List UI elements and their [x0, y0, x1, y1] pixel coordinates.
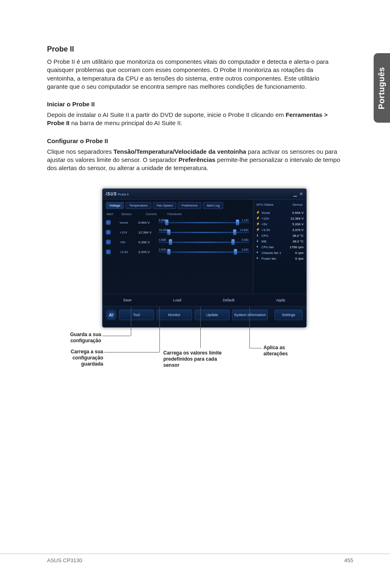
content-area: Voltage Temperature Fan Speed Preference… — [103, 200, 306, 294]
status-row: Chassis fan 10 rpm — [256, 251, 304, 255]
minimize-icon[interactable]: ▁ — [294, 191, 297, 197]
bolt-icon — [256, 211, 260, 215]
callout-save: Guarda a sua configuração — [61, 332, 101, 344]
column-headers: Alert Sensor Current Threshold — [106, 211, 250, 218]
thermometer-icon — [256, 239, 260, 243]
fan-icon — [256, 245, 260, 249]
status-name: +12V — [262, 217, 269, 220]
status-row: MB38.0 °C — [256, 239, 304, 243]
status-pane: EPU Status Sensor Vcore0.944 V +12V12.38… — [253, 200, 306, 294]
status-name: CPU — [262, 234, 269, 238]
status-row: +5V5.200 V — [256, 222, 304, 226]
close-icon[interactable]: ✕ — [299, 191, 303, 197]
bolt-icon — [256, 222, 260, 226]
config-heading: Configurar o Probe II — [47, 137, 353, 144]
monitor-button[interactable]: Monitor — [157, 310, 192, 320]
status-title: EPU Status — [257, 203, 273, 206]
alert-checkbox[interactable] — [106, 249, 111, 254]
status-name: +3.3V — [262, 228, 270, 232]
tabs-name: Tensão/Temperatura/Velocidade da ventoin… — [114, 148, 247, 155]
status-name: CPU fan — [262, 245, 274, 249]
default-button[interactable]: Default — [217, 296, 240, 304]
figure-wrapper: /SUS Probe II ▁ ✕ Voltage Temperature Fa… — [53, 189, 347, 328]
callout-default: Carrega os valores limite predefinidos p… — [164, 350, 233, 368]
callout-apply: Aplica as alterações — [264, 345, 309, 357]
section-title: Probe II — [47, 45, 353, 54]
footer-page-number: 455 — [344, 557, 353, 563]
bottom-bar: AI Tool Monitor Update System Informatio… — [103, 306, 306, 323]
threshold-slider[interactable]: 0.800 1.121 — [158, 220, 250, 225]
fan-icon — [256, 256, 260, 260]
status-name: Power fan — [262, 257, 276, 260]
settings-button[interactable]: Settings — [274, 310, 303, 320]
status-value: 5.200 V — [292, 222, 304, 226]
bolt-icon — [256, 216, 260, 220]
status-value: 0.944 V — [292, 211, 304, 215]
start-paragraph: Depois de instalar o AI Suite II a parti… — [47, 111, 341, 128]
tab-alert-log[interactable]: Alert Log — [203, 202, 223, 209]
threshold-slider[interactable]: 4.500 5.501 — [158, 239, 250, 245]
start-heading: Iniciar o Probe II — [47, 101, 353, 108]
status-name: MB — [262, 240, 267, 243]
left-pane: Voltage Temperature Fan Speed Preference… — [103, 200, 253, 294]
high-label: 1.121 — [242, 219, 249, 222]
sensor-current: 5.200 V — [139, 240, 158, 244]
leader-line — [249, 348, 262, 348]
sensor-name: +5V — [120, 240, 139, 244]
tab-voltage[interactable]: Voltage — [106, 202, 124, 209]
action-row: Save Load Default Apply — [103, 294, 306, 306]
alert-checkbox[interactable] — [106, 230, 111, 235]
ai-logo-icon: AI — [106, 310, 117, 320]
status-header: EPU Status Sensor — [256, 202, 304, 209]
tab-fan-speed[interactable]: Fan Speed — [153, 202, 176, 209]
status-sub: Sensor — [292, 203, 303, 206]
system-info-button[interactable]: System Information — [232, 310, 268, 320]
sensor-row: +12V 12.384 V 10.200 13.801 — [106, 229, 250, 235]
apply-button[interactable]: Apply — [270, 296, 291, 304]
probe-app-window: /SUS Probe II ▁ ✕ Voltage Temperature Fa… — [102, 189, 307, 328]
sensor-row: +5V 5.200 V 4.500 5.501 — [106, 239, 250, 245]
leader-line — [159, 307, 160, 352]
status-name: Vcore — [262, 211, 270, 215]
leader-line — [102, 336, 131, 336]
status-name: Chassis fan 1 — [262, 251, 281, 255]
callout-load: Carrega a sua configuração guardada — [65, 349, 103, 367]
thermometer-icon — [256, 233, 260, 238]
threshold-slider[interactable]: 2.970 3.631 — [158, 249, 250, 255]
alert-checkbox[interactable] — [106, 240, 111, 245]
text: na barra de menu principal do AI Suite I… — [69, 119, 182, 126]
sensor-name: +12V — [120, 231, 139, 234]
status-value: 38.0 °C — [293, 240, 304, 243]
low-label: 0.800 — [159, 219, 166, 222]
tool-button[interactable]: Tool — [119, 310, 155, 320]
sensor-name: Vcore — [120, 221, 139, 224]
load-button[interactable]: Load — [167, 296, 187, 304]
status-row: Power fan0 rpm — [256, 256, 304, 260]
leader-line — [249, 307, 250, 348]
status-row: CPU36.0 °C — [256, 233, 304, 238]
window-controls: ▁ ✕ — [294, 191, 303, 197]
status-row: Vcore0.944 V — [256, 211, 304, 215]
text: Clique nos separadores — [47, 148, 114, 155]
sensor-current: 3.376 V — [139, 250, 158, 254]
status-value: 1758 rpm — [290, 245, 304, 249]
page-footer: ASUS CP3130 455 — [0, 554, 390, 563]
sensor-row: +3.3V 3.376 V 2.970 3.631 — [106, 249, 250, 255]
prefs-name: Preferências — [179, 156, 215, 163]
title-bar: /SUS Probe II ▁ ✕ — [103, 189, 306, 200]
sensor-row: Vcore 0.944 V 0.800 1.121 — [106, 220, 250, 225]
save-button[interactable]: Save — [117, 296, 137, 304]
col-alert: Alert — [107, 212, 121, 216]
threshold-slider[interactable]: 10.200 13.801 — [158, 229, 250, 235]
status-value: 0 rpm — [295, 251, 303, 255]
config-paragraph: Clique nos separadores Tensão/Temperatur… — [47, 148, 341, 173]
text: Depois de instalar o AI Suite II a parti… — [47, 111, 286, 118]
status-value: 3.376 V — [292, 228, 304, 232]
leader-line — [131, 307, 131, 336]
status-value: 12.384 V — [290, 217, 303, 220]
alert-checkbox[interactable] — [106, 220, 111, 225]
tab-temperature[interactable]: Temperature — [126, 202, 151, 209]
high-label: 3.631 — [242, 248, 249, 251]
tab-preference[interactable]: Preference — [178, 202, 201, 209]
footer-model: ASUS CP3130 — [47, 557, 82, 563]
